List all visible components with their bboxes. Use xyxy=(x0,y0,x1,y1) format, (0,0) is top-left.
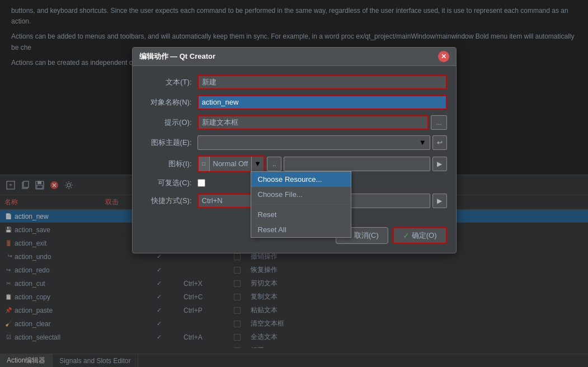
text-label: 文本(T): xyxy=(142,77,197,87)
shortcut-extra-btn[interactable]: ▶ xyxy=(432,194,447,208)
menu-reset[interactable]: Reset xyxy=(251,207,351,222)
edit-action-dialog: 编辑动作 — Qt Creator ✕ 文本(T): 对象名称(N): 提示(O… xyxy=(132,47,457,253)
checkable-checkbox[interactable] xyxy=(197,179,205,187)
menu-choose-resource[interactable]: Choose Resource... xyxy=(251,172,351,187)
text-field-row: 文本(T): xyxy=(142,75,447,90)
dialog-title-text: 编辑动作 — Qt Creator xyxy=(139,51,216,62)
cancel-label: 取消(C) xyxy=(354,230,379,241)
checkable-label: 可复选(C): xyxy=(142,178,197,188)
ok-label: 确定(O) xyxy=(412,230,437,241)
icon-label: 图标(I): xyxy=(142,159,197,169)
menu-choose-file[interactable]: Choose File... xyxy=(251,187,351,202)
icon-dropdown-menu: Choose Resource... Choose File... Reset … xyxy=(251,171,351,238)
dialog-close-button[interactable]: ✕ xyxy=(438,51,449,62)
menu-reset-all[interactable]: Reset All xyxy=(251,222,351,237)
tooltip-row: 提示(O): ... xyxy=(142,115,447,130)
icon-theme-select[interactable]: ▼ xyxy=(197,135,430,150)
icon-dotdot-btn[interactable]: .. xyxy=(267,157,281,171)
shortcut-label: 快捷方式(S): xyxy=(142,196,197,206)
tooltip-browse-btn[interactable]: ... xyxy=(431,115,446,130)
icon-theme-reset-btn[interactable]: ↩ xyxy=(432,135,447,150)
icon-preview-img: □ xyxy=(202,161,205,167)
icon-dropdown-arrow: ▼ xyxy=(254,159,261,168)
icon-state-label: Normal Off xyxy=(210,157,252,171)
icon-preview: □ xyxy=(199,157,210,171)
object-name-input[interactable] xyxy=(197,95,447,110)
menu-separator xyxy=(251,204,351,205)
icon-row: 图标(I): □ Normal Off ▼ .. ▶ xyxy=(142,156,447,172)
dialog-titlebar: 编辑动作 — Qt Creator ✕ xyxy=(133,48,456,66)
icon-path-display xyxy=(284,157,430,171)
text-input[interactable] xyxy=(197,75,447,90)
ok-button[interactable]: ✓ 确定(O) xyxy=(393,227,447,244)
dialog-body: 文本(T): 对象名称(N): 提示(O): ... 图标主题(E): xyxy=(133,66,456,223)
tooltip-input-group: ... xyxy=(197,115,447,130)
object-name-row: 对象名称(N): xyxy=(142,95,447,110)
tooltip-label: 提示(O): xyxy=(142,117,197,128)
ok-icon: ✓ xyxy=(403,231,410,240)
object-label: 对象名称(N): xyxy=(142,97,197,107)
icon-arrow-btn[interactable]: ▶ xyxy=(432,157,447,171)
icon-dropdown-btn[interactable]: ▼ xyxy=(251,157,264,171)
icon-theme-dropdown-arrow: ▼ xyxy=(419,138,426,147)
icon-controls: □ Normal Off ▼ .. ▶ xyxy=(197,156,447,172)
icon-theme-row: 图标主题(E): ▼ ↩ xyxy=(142,135,447,150)
tooltip-input[interactable] xyxy=(197,115,429,130)
icon-theme-label: 图标主题(E): xyxy=(142,138,197,148)
modal-overlay: 编辑动作 — Qt Creator ✕ 文本(T): 对象名称(N): 提示(O… xyxy=(0,0,588,367)
icon-selector: □ Normal Off ▼ xyxy=(197,156,265,172)
